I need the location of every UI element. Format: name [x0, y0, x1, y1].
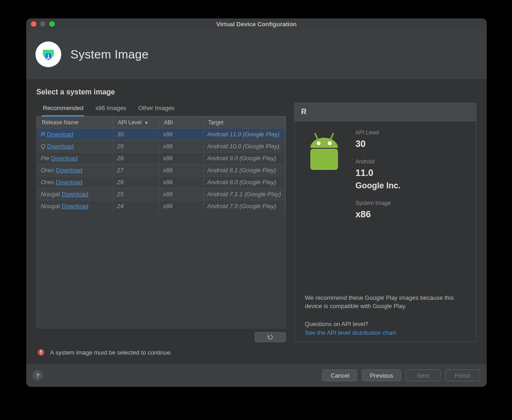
dialog-footer: ? Cancel Previous Next Finish [26, 363, 487, 387]
target-cell: Android 8.1 (Google Play) [204, 164, 285, 176]
system-image-table: Release Name API Level▼ ABI Target R Dow… [36, 117, 286, 328]
cancel-button[interactable]: Cancel [322, 369, 357, 381]
download-link[interactable]: Download [62, 191, 88, 198]
finish-button: Finish [445, 369, 480, 381]
release-name: Oreo [41, 167, 54, 174]
api-level-cell: 27 [113, 164, 159, 176]
abi-cell: x86 [159, 152, 204, 164]
api-distribution-link[interactable]: API level distribution chart [327, 329, 396, 336]
window-title: Virtual Device Configuration [26, 21, 487, 28]
api-level-cell: 26 [113, 176, 159, 188]
abi-cell: x86 [159, 164, 204, 176]
target-cell: Android 9.0 (Google Play) [204, 152, 285, 164]
dialog-window: Virtual Device Configuration System Imag… [26, 18, 487, 387]
refresh-button[interactable] [255, 332, 286, 342]
dialog-header: System Image [26, 29, 487, 80]
error-icon [37, 349, 45, 356]
target-cell: Android 7.0 (Google Play) [204, 200, 285, 212]
abi-cell: x86 [159, 176, 204, 188]
tab-recommended[interactable]: Recommended [42, 103, 84, 117]
android-label: Android [355, 158, 401, 165]
abi-cell: x86 [159, 188, 204, 200]
col-abi[interactable]: ABI [159, 117, 204, 128]
section-title: Select a system image [36, 88, 477, 96]
table-row[interactable]: Oreo Download27x86Android 8.1 (Google Pl… [37, 164, 285, 176]
svg-point-3 [317, 141, 320, 145]
api-level-cell: 25 [113, 188, 159, 200]
zoom-window-button[interactable] [49, 21, 55, 27]
previous-button[interactable]: Previous [362, 369, 401, 381]
next-button: Next [406, 369, 441, 381]
svg-line-2 [331, 133, 333, 140]
download-link[interactable]: Download [47, 143, 74, 150]
svg-rect-7 [41, 350, 41, 353]
download-link[interactable]: Download [51, 155, 78, 162]
api-level-label: API Level [355, 129, 401, 136]
minimize-window-button[interactable] [40, 21, 46, 27]
api-level-cell: 24 [113, 200, 159, 212]
col-api-level[interactable]: API Level▼ [113, 117, 159, 128]
svg-rect-5 [310, 149, 338, 170]
help-button[interactable]: ? [33, 370, 43, 380]
detail-title: R [295, 103, 476, 121]
target-cell: Android 10.0 (Google Play) [204, 140, 285, 152]
api-level-value: 30 [355, 139, 401, 149]
window-controls [31, 21, 55, 27]
release-name: Oreo [41, 179, 54, 186]
android-studio-icon [35, 41, 61, 67]
titlebar: Virtual Device Configuration [26, 18, 487, 29]
recommendation-text: We recommend these Google Play images be… [305, 294, 468, 310]
table-row[interactable]: Pie Download28x86Android 9.0 (Google Pla… [37, 152, 285, 164]
abi-cell: x86 [159, 128, 204, 140]
sort-desc-icon: ▼ [144, 121, 148, 125]
target-cell: Android 11.0 (Google Play) [204, 128, 285, 140]
api-level-cell: 28 [113, 152, 159, 164]
target-cell: Android 7.1.1 (Google Play) [204, 188, 285, 200]
release-name: R [41, 131, 45, 138]
refresh-icon [267, 334, 273, 340]
col-release-name[interactable]: Release Name [37, 117, 113, 128]
download-link[interactable]: Download [62, 203, 88, 210]
vendor-value: Google Inc. [355, 181, 401, 191]
api-distribution-line: See the API level distribution chart [305, 329, 468, 336]
release-name: Pie [41, 155, 50, 162]
tab-other-images[interactable]: Other Images [137, 103, 175, 116]
abi-cell: x86 [159, 140, 204, 152]
system-image-value: x86 [355, 209, 401, 220]
api-level-cell: 29 [113, 140, 159, 152]
abi-cell: x86 [159, 200, 204, 212]
dialog-title: System Image [70, 47, 149, 62]
download-link[interactable]: Download [56, 167, 82, 174]
dialog-body: Select a system image Recommended x86 Im… [26, 80, 487, 363]
system-image-label: System Image [355, 200, 401, 206]
api-level-cell: 30 [113, 128, 159, 140]
android-version-value: 11.0 [355, 168, 401, 178]
validation-warning: A system image must be selected to conti… [36, 342, 477, 358]
table-row[interactable]: Nougat Download24x86Android 7.0 (Google … [37, 200, 285, 212]
android-mascot-icon [305, 129, 343, 220]
svg-point-4 [328, 141, 332, 145]
close-window-button[interactable] [31, 21, 36, 27]
validation-warning-text: A system image must be selected to conti… [50, 349, 172, 356]
svg-line-1 [315, 133, 318, 140]
api-question-text: Questions on API level? [305, 321, 468, 327]
target-cell: Android 8.0 (Google Play) [204, 176, 285, 188]
table-row[interactable]: Q Download29x86Android 10.0 (Google Play… [37, 140, 285, 152]
svg-rect-8 [41, 354, 41, 355]
download-link[interactable]: Download [56, 179, 82, 186]
table-row[interactable]: R Download30x86Android 11.0 (Google Play… [37, 128, 285, 140]
release-name: Q [41, 143, 46, 150]
release-name: Nougat [41, 203, 60, 210]
table-row[interactable]: Oreo Download26x86Android 8.0 (Google Pl… [37, 176, 285, 188]
detail-panel: R [294, 103, 477, 342]
download-link[interactable]: Download [47, 131, 74, 138]
tab-x86-images[interactable]: x86 Images [94, 103, 127, 116]
col-target[interactable]: Target [204, 117, 285, 128]
release-name: Nougat [41, 191, 60, 198]
table-row[interactable]: Nougat Download25x86Android 7.1.1 (Googl… [37, 188, 285, 200]
image-source-tabs: Recommended x86 Images Other Images [36, 103, 286, 117]
